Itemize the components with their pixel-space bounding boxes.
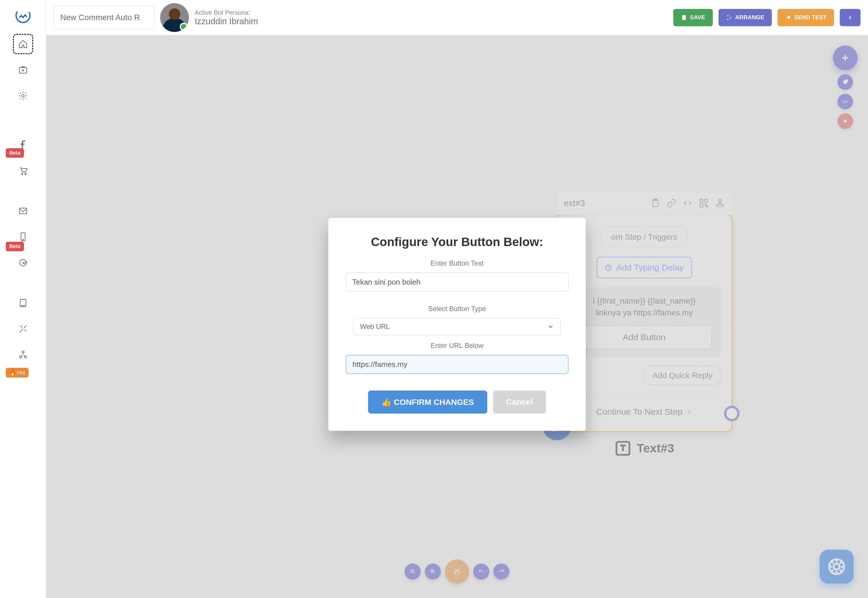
button-text-label: Enter Button Text — [346, 259, 568, 268]
svg-rect-5 — [19, 208, 27, 214]
svg-point-13 — [727, 15, 728, 16]
sidebar-cart-icon[interactable] — [13, 161, 33, 181]
svg-point-15 — [730, 17, 731, 18]
save-button[interactable]: SAVE — [673, 9, 713, 26]
sidebar-tools-icon[interactable] — [13, 319, 33, 339]
sidebar-media-icon[interactable] — [13, 60, 33, 80]
svg-point-2 — [22, 94, 24, 97]
confirm-changes-button[interactable]: 👍 CONFIRM CHANGES — [368, 390, 487, 414]
sidebar-integrations-icon[interactable] — [13, 345, 33, 365]
svg-rect-12 — [683, 15, 685, 16]
url-input[interactable] — [346, 355, 568, 374]
modal-overlay[interactable]: Configure Your Button Below: Enter Butto… — [46, 35, 868, 598]
sidebar-email-icon[interactable] — [13, 201, 33, 221]
svg-rect-6 — [21, 233, 25, 241]
main-area: Active Bot Persona: Izzuddin Ibrahim SAV… — [46, 0, 868, 598]
configure-button-modal: Configure Your Button Below: Enter Butto… — [328, 218, 586, 431]
persona-label: Active Bot Persona: — [195, 9, 258, 16]
chevron-down-icon — [547, 323, 554, 330]
sidebar-beta-badge-2: Beta — [6, 242, 24, 251]
svg-point-14 — [727, 19, 728, 20]
send-test-label: SEND TEST — [794, 14, 826, 21]
svg-point-9 — [22, 351, 24, 353]
persona-name: Izzuddin Ibrahim — [195, 16, 258, 26]
save-label: SAVE — [690, 14, 705, 21]
sidebar-docs-icon[interactable] — [13, 293, 33, 313]
svg-point-3 — [21, 173, 23, 175]
collapse-panel-button[interactable] — [840, 9, 861, 26]
persona-block: Active Bot Persona: Izzuddin Ibrahim — [195, 9, 258, 26]
app-logo — [13, 5, 33, 26]
button-type-value: Web URL — [360, 323, 390, 330]
left-sidebar: Beta Beta 🔥 Hot — [0, 0, 46, 598]
button-text-input[interactable] — [346, 272, 568, 292]
arrange-button[interactable]: ARRANGE — [718, 9, 772, 26]
sidebar-settings-icon[interactable] — [13, 86, 33, 106]
modal-title: Configure Your Button Below: — [346, 235, 568, 249]
svg-point-4 — [25, 173, 26, 175]
sidebar-hot-badge: 🔥 Hot — [6, 368, 28, 378]
send-test-button[interactable]: SEND TEST — [778, 9, 834, 26]
topbar: Active Bot Persona: Izzuddin Ibrahim SAV… — [46, 0, 868, 35]
url-label: Enter URL Below — [346, 342, 568, 350]
sidebar-beta-badge-1: Beta — [6, 148, 24, 158]
flow-name-input[interactable] — [54, 6, 154, 29]
button-type-select[interactable]: Web URL — [353, 318, 561, 335]
flow-canvas[interactable]: ext#3 om Step / Triggers Add Typing Dela… — [46, 35, 868, 598]
sidebar-google-icon[interactable] — [13, 253, 33, 273]
arrange-label: ARRANGE — [735, 14, 764, 21]
button-type-label: Select Button Type — [346, 305, 568, 313]
cancel-button[interactable]: Cancel — [493, 390, 546, 414]
sidebar-home-icon[interactable] — [13, 34, 33, 54]
svg-point-0 — [14, 7, 31, 24]
persona-avatar[interactable] — [160, 3, 189, 32]
svg-point-7 — [22, 239, 23, 240]
